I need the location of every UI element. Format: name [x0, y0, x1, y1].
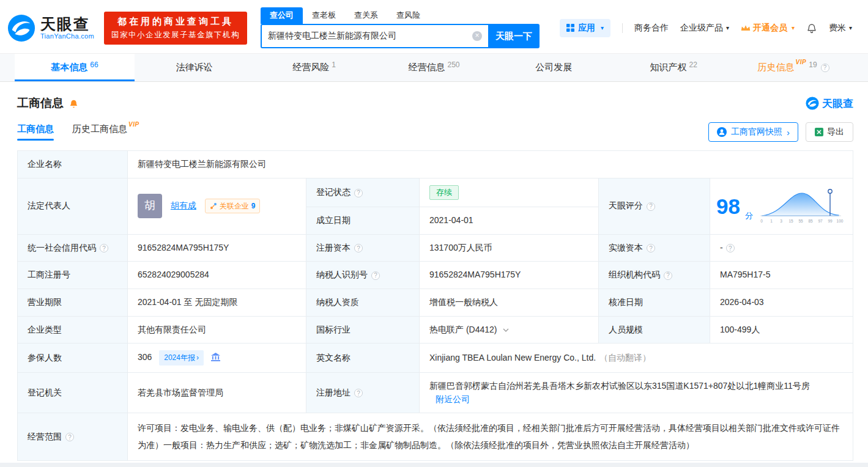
- label-reg-authority: 登记机关: [18, 372, 128, 413]
- nav-apps-label: 应用: [578, 23, 595, 34]
- value-legal-rep: 胡 胡有成 关联企业 9: [128, 178, 306, 234]
- nearby-companies-link[interactable]: 附近公司: [436, 394, 470, 404]
- label-reg-number: 工商注册号: [18, 262, 128, 289]
- help-icon[interactable]: ?: [647, 244, 655, 252]
- label-paid-capital: 实缴资本?: [599, 234, 710, 262]
- table-row: 经营范围? 许可项目：发电业务、输电业务、供（配）电业务；非煤矿山矿产资源开采。…: [18, 413, 853, 461]
- help-icon[interactable]: ?: [726, 244, 735, 252]
- annual-report-badge[interactable]: 2024年报 ›: [159, 350, 204, 366]
- chevron-down-icon: ▾: [601, 24, 604, 31]
- help-icon[interactable]: ?: [354, 244, 363, 252]
- value-reg-address: 新疆巴音郭楞蒙古自治州若羌县吾塔木乡新农村试验区以东315国道K1571+807…: [420, 372, 853, 413]
- label-establish-date: 成立日期: [306, 207, 420, 234]
- promo-banner-line2: 国家中小企业发展子基金旗下机构: [111, 30, 240, 40]
- table-row: 参保人数 306 2024年报 › 英文名称 Xinjiang TBEA Lou…: [18, 344, 853, 373]
- value-approval-date: 2026-04-03: [710, 289, 853, 316]
- search-tab-boss[interactable]: 查老板: [303, 7, 345, 24]
- notification-bell-icon[interactable]: [806, 23, 817, 34]
- promo-banner-line1: 都在用的商业查询工具: [111, 16, 240, 28]
- section-title: 工商信息: [17, 95, 64, 111]
- vip-badge: VIP: [796, 59, 807, 65]
- svg-text:85: 85: [808, 219, 813, 223]
- svg-text:1: 1: [770, 219, 773, 223]
- value-company-name: 新疆特变电工楼兰新能源有限公司: [128, 151, 853, 178]
- nav-apps-menu[interactable]: 应用 ▾: [560, 19, 610, 37]
- search-tab-risk[interactable]: 查风险: [387, 7, 429, 24]
- search-tab-company[interactable]: 查公司: [261, 7, 303, 24]
- help-icon[interactable]: ?: [647, 202, 655, 211]
- related-companies-badge[interactable]: 关联企业 9: [205, 199, 261, 214]
- main-content: 工商信息 天眼查 工商信息 历史工商信息VIP: [0, 95, 868, 461]
- help-icon[interactable]: ?: [354, 189, 363, 197]
- subtab-row: 工商信息 历史工商信息VIP 工商官网快照 › 导出: [17, 122, 853, 149]
- value-taxpayer-id: 91652824MA795H175Y: [420, 262, 599, 289]
- help-icon[interactable]: ?: [354, 389, 363, 397]
- tianyancha-logo[interactable]: 天眼查 TianYanCha.com: [7, 14, 94, 42]
- label-reg-capital: 注册资本?: [306, 234, 420, 262]
- excel-icon: [815, 128, 823, 136]
- tianyancha-logo-icon: [7, 14, 35, 42]
- search-input-box: ×: [261, 24, 488, 48]
- nav-enterprise-products[interactable]: 企业级产品 ▾: [680, 23, 729, 34]
- top-header: 天眼查 TianYanCha.com 都在用的商业查询工具 国家中小企业发展子基…: [0, 0, 868, 53]
- business-info-table: 企业名称 新疆特变电工楼兰新能源有限公司 法定代表人 胡 胡有成 关联企业 9 …: [17, 150, 853, 461]
- value-business-term: 2021-04-01 至 无固定期限: [128, 289, 306, 316]
- chevron-down-icon: ▾: [849, 24, 852, 31]
- label-staff-size: 人员规模: [599, 316, 710, 344]
- label-industry: 国标行业: [306, 316, 420, 344]
- search-tab-relation[interactable]: 查关系: [345, 7, 387, 24]
- svg-text:0: 0: [760, 219, 763, 223]
- bank-icon[interactable]: [211, 353, 220, 361]
- nav-user-menu[interactable]: 费米 ▾: [829, 23, 852, 34]
- top-navigation: 应用 ▾ 商务合作 企业级产品 ▾ 开通会员 ▾ 费米 ▾: [560, 19, 852, 37]
- nav-open-vip[interactable]: 开通会员 ▾: [741, 23, 795, 34]
- help-icon[interactable]: ?: [664, 271, 672, 280]
- legal-rep-name[interactable]: 胡有成: [171, 200, 196, 210]
- search-button[interactable]: 天眼一下: [488, 24, 540, 48]
- label-company-name: 企业名称: [18, 151, 128, 178]
- export-button[interactable]: 导出: [806, 122, 853, 142]
- username: 费米: [829, 23, 846, 34]
- tab-company-development[interactable]: 公司发展: [494, 54, 614, 81]
- table-row: 登记机关 若羌县市场监督管理局 注册地址? 新疆巴音郭楞蒙古自治州若羌县吾塔木乡…: [18, 372, 853, 413]
- svg-text:55: 55: [798, 219, 803, 223]
- official-snapshot-button[interactable]: 工商官网快照 ›: [708, 122, 798, 142]
- search-tabs: 查公司 查老板 查关系 查风险: [261, 7, 540, 24]
- help-icon[interactable]: ?: [65, 433, 74, 441]
- chevron-down-icon[interactable]: [503, 328, 509, 332]
- nav-business-cooperation[interactable]: 商务合作: [634, 23, 669, 34]
- subtab-business-info[interactable]: 工商信息: [17, 123, 54, 141]
- subtab-history-business-info[interactable]: 历史工商信息VIP: [72, 123, 139, 141]
- tab-business-info[interactable]: 经营信息250: [374, 54, 494, 81]
- clear-icon[interactable]: ×: [472, 31, 482, 41]
- label-company-type: 企业类型: [18, 316, 128, 344]
- help-icon[interactable]: ?: [821, 64, 829, 72]
- table-row: 企业类型 其他有限责任公司 国标行业 热电联产 (D4412) 人员规模 100…: [18, 316, 853, 344]
- svg-text:97: 97: [818, 219, 823, 223]
- tab-intellectual-property[interactable]: 知识产权22: [614, 54, 733, 81]
- person-icon: [717, 127, 727, 137]
- value-insured-count: 306 2024年报 ›: [128, 344, 306, 373]
- tab-basic-info[interactable]: 基本信息66: [15, 54, 135, 81]
- search-input[interactable]: [268, 31, 472, 41]
- tab-legal-proceedings[interactable]: 法律诉讼: [135, 54, 254, 81]
- search-area: 查公司 查老板 查关系 查风险 × 天眼一下: [261, 7, 540, 48]
- value-reg-number: 652824029005284: [128, 262, 306, 289]
- tab-history-info[interactable]: 历史信息VIP19 ?: [733, 54, 853, 81]
- help-icon[interactable]: ?: [371, 271, 380, 280]
- tab-business-risk[interactable]: 经营风险1: [254, 54, 374, 81]
- legal-rep-avatar[interactable]: 胡: [138, 194, 162, 218]
- label-business-scope: 经营范围?: [18, 413, 128, 461]
- value-company-type: 其他有限责任公司: [128, 316, 306, 344]
- status-badge: 存续: [429, 185, 459, 200]
- logo-subtitle: TianYanCha.com: [40, 32, 94, 40]
- apps-grid-icon: [566, 24, 574, 32]
- help-icon[interactable]: ?: [100, 244, 108, 252]
- promo-banner: 都在用的商业查询工具 国家中小企业发展子基金旗下机构: [104, 12, 247, 45]
- table-row: 工商注册号 652824029005284 纳税人识别号? 91652824MA…: [18, 262, 853, 289]
- graph-icon: [210, 202, 217, 210]
- value-industry: 热电联产 (D4412): [420, 316, 599, 344]
- subscribe-bell-icon[interactable]: [69, 98, 79, 109]
- section-header: 工商信息 天眼查: [17, 95, 853, 111]
- value-reg-capital: 131700万人民币: [420, 234, 599, 262]
